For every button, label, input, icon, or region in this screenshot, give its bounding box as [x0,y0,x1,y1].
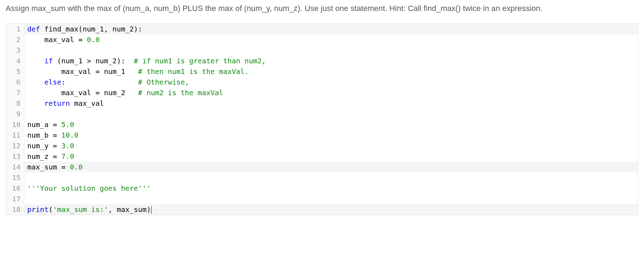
code-token: # num2 is the maxVal [138,88,223,97]
code-token: # Otherwise, [138,78,189,86]
code-token: # if num1 is greater than num2, [134,57,266,65]
line-number: 2 [6,34,24,45]
line-number: 16 [6,183,24,194]
problem-instructions: Assign max_sum with the max of (num_a, n… [6,3,638,14]
code-token [27,78,44,86]
code-token: num_a = [27,120,61,129]
code-line[interactable]: 2 max_val = 0.0 [6,34,638,45]
code-line[interactable]: 13num_z = 7.0 [6,151,638,162]
code-content[interactable]: num_y = 3.0 [24,140,638,151]
code-token: def [27,25,40,33]
code-line[interactable]: 4 if (num_1 > num_2): # if num1 is great… [6,56,638,66]
text-cursor [151,206,151,214]
code-content[interactable]: num_z = 7.0 [24,151,638,162]
code-token: if [44,57,53,65]
code-token: 7.0 [61,152,74,161]
code-line[interactable]: 16'''Your solution goes here''' [6,183,638,194]
line-number: 17 [6,194,24,204]
line-number: 5 [6,66,24,77]
code-line[interactable]: 15 [6,172,638,183]
code-content[interactable]: if (num_1 > num_2): # if num1 is greater… [24,56,638,66]
code-content[interactable]: num_a = 5.0 [24,119,638,130]
code-token: num_z = [27,152,61,161]
code-line[interactable]: 5 max_val = num_1 # then num1 is the max… [6,66,638,77]
code-token: num_b = [27,131,61,139]
code-line[interactable]: 1def find_max(num_1, num_2): [6,24,638,34]
line-number: 7 [6,87,24,98]
code-line[interactable]: 10num_a = 5.0 [6,119,638,130]
code-token: 0.0 [70,163,82,171]
code-line[interactable]: 18print('max_sum is:', max_sum) [6,204,638,215]
code-token: return [44,99,70,108]
code-token: 0.0 [87,35,100,44]
code-token: , max_sum) [108,205,151,214]
code-editor[interactable]: 1def find_max(num_1, num_2):2 max_val = … [6,23,638,215]
code-content[interactable]: '''Your solution goes here''' [24,183,638,194]
code-token: find_max(num_1, num_2): [40,25,142,33]
code-content[interactable]: max_sum = 0.0 [24,162,638,172]
code-token: max_sum = [27,163,70,171]
code-content[interactable]: def find_max(num_1, num_2): [24,24,638,34]
code-token: 10.0 [61,131,78,139]
code-line[interactable]: 14max_sum = 0.0 [6,162,638,172]
code-line[interactable]: 7 max_val = num_2 # num2 is the maxVal [6,87,638,98]
code-line[interactable]: 8 return max_val [6,98,638,109]
code-content[interactable]: max_val = num_2 # num2 is the maxVal [24,87,638,98]
code-token: (num_1 > num_2): [53,57,134,65]
code-token: '''Your solution goes here''' [27,184,151,192]
code-token: max_val [70,99,104,108]
code-content[interactable]: num_b = 10.0 [24,130,638,140]
code-content[interactable]: max_val = 0.0 [24,34,638,45]
line-number: 3 [6,45,24,56]
line-number: 1 [6,24,24,34]
line-number: 10 [6,119,24,130]
code-token: max_val = num_1 [27,67,138,76]
code-token: : [61,78,138,86]
line-number: 9 [6,109,24,119]
code-token: print [27,205,48,214]
code-token: else [44,78,61,86]
code-line[interactable]: 12num_y = 3.0 [6,140,638,151]
line-number: 18 [6,204,24,215]
code-line[interactable]: 6 else: # Otherwise, [6,77,638,87]
code-token [27,99,44,108]
code-line[interactable]: 11num_b = 10.0 [6,130,638,140]
code-line[interactable]: 17 [6,194,638,204]
code-content[interactable]: return max_val [24,98,638,109]
line-number: 13 [6,151,24,162]
code-token: num_y = [27,142,61,150]
line-number: 14 [6,162,24,172]
code-content[interactable]: print('max_sum is:', max_sum) [24,204,638,215]
line-number: 4 [6,56,24,66]
line-number: 12 [6,140,24,151]
code-token: max_val = num_2 [27,88,138,97]
line-number: 11 [6,130,24,140]
code-line[interactable]: 3 [6,45,638,56]
code-token: 'max_sum is:' [53,205,108,214]
code-token: 3.0 [61,142,74,150]
line-number: 15 [6,172,24,183]
code-token [27,57,44,65]
code-content[interactable]: else: # Otherwise, [24,77,638,87]
line-number: 8 [6,98,24,109]
code-line[interactable]: 9 [6,109,638,119]
code-token: max_val = [27,35,87,44]
line-number: 6 [6,77,24,87]
code-content[interactable]: max_val = num_1 # then num1 is the maxVa… [24,66,638,77]
code-token: # then num1 is the maxVal. [138,67,249,76]
code-token: ( [48,205,53,214]
code-token: 5.0 [61,120,74,129]
